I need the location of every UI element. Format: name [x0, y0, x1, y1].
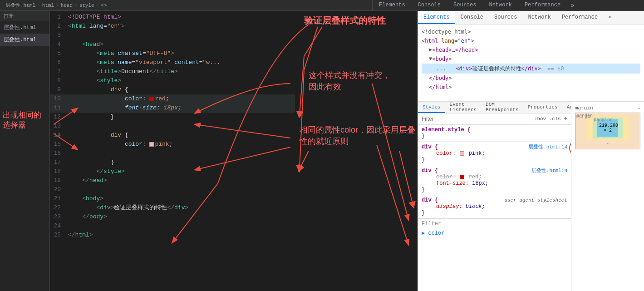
filter-bottom-label: Filter	[422, 221, 441, 227]
devtools-tab-network-panel[interactable]: Network	[522, 11, 556, 24]
styles-section: Styles Event Listeners DOM Breakpoints P…	[418, 102, 644, 291]
box-margin: margin border - padding - 219.200 × 2 -	[575, 113, 640, 149]
code-line-23: 23 </body>	[50, 212, 295, 222]
margin-bottom-dash: -	[578, 141, 637, 146]
dom-line-body[interactable]: ▼ <body>	[422, 54, 640, 64]
breadcrumb-angle[interactable]: <>	[99, 3, 108, 8]
breadcrumb-area: 层叠性.html › html › head › style › <>	[0, 2, 372, 9]
breadcrumb-file[interactable]: 层叠性.html	[4, 2, 37, 9]
tab-styles[interactable]: Styles	[418, 102, 445, 113]
div-red-close: }	[422, 187, 567, 193]
color-prop-pink: color:	[429, 150, 456, 157]
styles-tabs: Styles Event Listeners DOM Breakpoints P…	[418, 102, 571, 113]
code-line-19: 19 </head>	[50, 176, 295, 185]
code-editor: 1 <!DOCTYPE html> 2 <html lang="en"> 3 4…	[50, 11, 295, 291]
file-sidebar: 打开 层叠性.html 层叠性.html	[0, 11, 50, 291]
color-prop-red-struck: color:	[429, 174, 456, 180]
color-swatch-pink	[460, 151, 464, 156]
code-line-25: 25 </html>	[50, 231, 295, 240]
code-line-8: 8 <style>	[50, 76, 295, 85]
style-rule-div-pink: div { 层叠性.html:14 color: pink; }	[418, 142, 571, 165]
devtools-tab-performance-panel[interactable]: Performance	[556, 11, 603, 24]
devtools-tab-elements[interactable]: Elements	[373, 0, 412, 10]
main-content: 打开 层叠性.html 层叠性.html 1 <!DOCTYPE html> 2…	[0, 11, 644, 291]
div-red-source[interactable]: 层叠性.html:9	[531, 167, 567, 174]
code-line-2: 2 <html lang="en">	[50, 22, 295, 31]
div-red-prop-color: color: red;	[422, 174, 567, 180]
devtools-tab-network[interactable]: Network	[482, 0, 518, 10]
margin-label: margin	[575, 105, 593, 111]
code-line-5: 5 <meta charset="UTF-8">	[50, 49, 295, 58]
annotation-text1: 这个样式并没有冲突， 因此有效	[309, 70, 390, 93]
code-line-10: 10 color: red;	[50, 94, 295, 104]
code-line-13: 13	[50, 122, 295, 131]
code-line-17: 17 }	[50, 158, 295, 167]
styles-filter-input[interactable]	[422, 116, 534, 122]
file-sidebar-header: 打开	[0, 11, 49, 21]
breadcrumb-sep3: ›	[74, 3, 78, 8]
code-line-22: 22 <div>验证层叠样式的特性</div>	[50, 203, 295, 212]
code-lines: 1 <!DOCTYPE html> 2 <html lang="en"> 3 4…	[50, 11, 295, 242]
devtools-tab-performance[interactable]: Performance	[518, 0, 567, 10]
display-prop: display:	[429, 203, 462, 210]
tab-event-listeners[interactable]: Event Listeners	[445, 102, 481, 113]
div-pink-selector: div {	[422, 144, 438, 150]
div-red-prop-fontsize: font-size: 18px;	[422, 180, 567, 187]
padding-dash: -	[619, 118, 622, 123]
filter-plus[interactable]: +	[564, 115, 567, 123]
tab-dom-breakpoints[interactable]: DOM Breakpoints	[481, 102, 523, 113]
code-line-3: 3	[50, 31, 295, 40]
div-agent-source: user agent stylesheet	[504, 197, 567, 203]
file-item-1[interactable]: 层叠性.html	[0, 21, 49, 34]
color-filter-hint: ▶ color	[418, 229, 571, 237]
box-model-panel: margin - margin border - padding - 219.2…	[571, 102, 644, 291]
dom-line-head[interactable]: ▶ <head>…</head>	[422, 45, 640, 54]
filter-cls[interactable]: .cls	[549, 116, 560, 122]
file-item-2[interactable]: 层叠性.html	[0, 34, 49, 46]
code-line-20: 20	[50, 185, 295, 194]
devtools-tab-sources[interactable]: Sources	[447, 0, 482, 10]
div-red-selector: div {	[422, 168, 438, 174]
devtools-tab-sources-panel[interactable]: Sources	[489, 11, 522, 24]
div-agent-close: }	[422, 210, 567, 216]
dom-line-div-selected[interactable]: ... <div>验证层叠样式的特性</div> == $0	[422, 64, 640, 74]
devtools-tab-console[interactable]: Console	[412, 0, 447, 10]
devtools-tab-elements-panel[interactable]: Elements	[418, 11, 455, 24]
padding-label: padding	[594, 118, 613, 123]
devtools-tab-console-panel[interactable]: Console	[455, 11, 489, 24]
tab-properties[interactable]: Properties	[523, 102, 562, 113]
devtools-tab-more-panel[interactable]: »	[603, 11, 617, 24]
box-model-visual: margin border - padding - 219.200 × 2 -	[575, 113, 640, 149]
devtools-tab-more[interactable]: »	[567, 2, 578, 9]
div-pink-close: }	[422, 157, 567, 163]
code-line-4: 4 <head>	[50, 40, 295, 49]
devtools-panel: Elements Console Sources Network Perform…	[418, 11, 644, 291]
code-line-16: 16	[50, 149, 295, 158]
annotation-text2: 相同的属性color，因此采用层叠性的就近原则	[300, 124, 418, 147]
annotation-arrows	[295, 11, 418, 291]
breadcrumb-style[interactable]: style	[78, 3, 96, 8]
code-line-11: 11 font-size: 18px;	[50, 104, 295, 113]
color-swatch-red	[460, 175, 464, 179]
annotation-title: 验证层叠样式的特性	[304, 15, 386, 27]
style-rule-element: element.style { }	[418, 125, 571, 142]
dom-line-html: <html lang="en">	[422, 36, 640, 45]
code-line-15: 15 color: pink;	[50, 140, 295, 149]
annotation-panel: 验证层叠样式的特性 这个样式并没有冲突， 因此有效 相同的属性color，因此采…	[295, 11, 418, 291]
code-line-12: 12 }	[50, 113, 295, 122]
dom-line-body-close: </body>	[422, 74, 640, 83]
code-line-14: 14 div {	[50, 131, 295, 140]
border-dash: -	[636, 113, 639, 118]
style-rule-element-header: element.style {	[422, 127, 567, 133]
box-model-header: margin -	[575, 105, 640, 111]
breadcrumb-html[interactable]: html	[40, 3, 56, 8]
div-pink-source[interactable]: 层叠性.html:14	[528, 143, 567, 150]
code-line-7: 7 <title>Document</title>	[50, 67, 295, 76]
breadcrumb-head[interactable]: head	[59, 3, 74, 8]
tab-accessibility[interactable]: Accessibility	[562, 102, 571, 113]
element-style-close: }	[422, 133, 567, 139]
dom-line-doctype: <!doctype html>	[422, 27, 640, 36]
style-rule-div-red: div { 层叠性.html:9 color: red; font-size: …	[418, 165, 571, 195]
filter-hov[interactable]: :hov	[534, 116, 546, 122]
display-val: block	[466, 203, 482, 210]
